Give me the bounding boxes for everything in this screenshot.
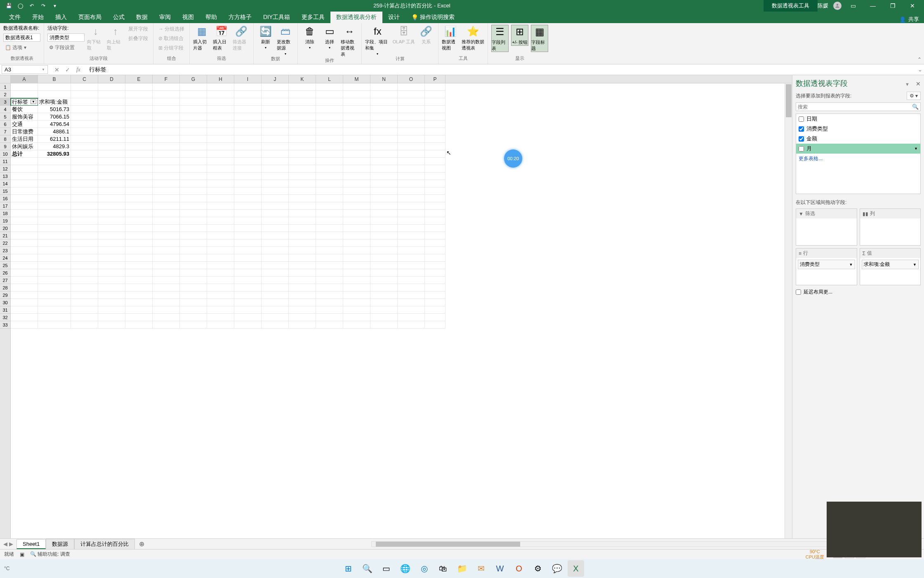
cell[interactable] bbox=[11, 225, 38, 232]
cell[interactable] bbox=[153, 128, 180, 135]
cell[interactable] bbox=[98, 291, 125, 299]
cell[interactable] bbox=[234, 113, 262, 121]
cell[interactable] bbox=[289, 314, 316, 321]
cell[interactable] bbox=[343, 299, 370, 306]
cell[interactable] bbox=[234, 187, 262, 195]
insert-slicer-button[interactable]: ▦ 插入切片器 bbox=[193, 25, 210, 51]
cell[interactable] bbox=[425, 284, 446, 291]
cell[interactable] bbox=[153, 247, 180, 254]
cell[interactable] bbox=[71, 195, 98, 202]
cell[interactable] bbox=[289, 277, 316, 284]
cell[interactable] bbox=[289, 180, 316, 187]
cell[interactable] bbox=[207, 225, 234, 232]
cell[interactable] bbox=[370, 299, 398, 306]
cell[interactable] bbox=[207, 314, 234, 321]
cell[interactable] bbox=[234, 247, 262, 254]
dropdown-icon[interactable]: ▼ bbox=[849, 263, 853, 267]
task-view-icon[interactable]: ▭ bbox=[378, 560, 394, 577]
cell[interactable] bbox=[370, 195, 398, 202]
cell[interactable] bbox=[234, 284, 262, 291]
column-header[interactable]: M bbox=[343, 75, 370, 83]
cell[interactable] bbox=[207, 239, 234, 247]
collapse-ribbon-icon[interactable]: ⌃ bbox=[917, 57, 922, 62]
cell[interactable] bbox=[71, 277, 98, 284]
cell[interactable] bbox=[262, 143, 289, 150]
cell[interactable] bbox=[234, 306, 262, 314]
cell[interactable] bbox=[11, 291, 38, 299]
cell[interactable] bbox=[98, 247, 125, 254]
cell[interactable] bbox=[425, 106, 446, 113]
cell[interactable] bbox=[343, 225, 370, 232]
cell[interactable] bbox=[38, 91, 71, 98]
field-search-input[interactable] bbox=[798, 104, 912, 110]
cell[interactable] bbox=[71, 113, 98, 121]
recommended-button[interactable]: ⭐ 推荐的数据透视表 bbox=[462, 25, 484, 51]
cell[interactable] bbox=[71, 165, 98, 173]
field-pane-close-icon[interactable]: ✕ bbox=[916, 81, 921, 87]
cell[interactable] bbox=[207, 232, 234, 239]
column-header[interactable]: K bbox=[289, 75, 316, 83]
cell[interactable] bbox=[38, 202, 71, 210]
cell[interactable] bbox=[398, 91, 425, 98]
column-header[interactable]: O bbox=[398, 75, 425, 83]
cell[interactable] bbox=[98, 150, 125, 158]
cell[interactable] bbox=[234, 121, 262, 128]
name-box[interactable]: A3 ▼ bbox=[2, 65, 48, 74]
cell[interactable] bbox=[234, 210, 262, 217]
cell[interactable] bbox=[180, 158, 207, 165]
cell[interactable] bbox=[262, 121, 289, 128]
cell[interactable] bbox=[180, 135, 207, 143]
cell[interactable] bbox=[180, 210, 207, 217]
cell[interactable] bbox=[370, 262, 398, 269]
field-checkbox[interactable] bbox=[799, 136, 804, 142]
tab-help[interactable]: 帮助 bbox=[200, 12, 223, 23]
cell[interactable] bbox=[180, 143, 207, 150]
cell[interactable] bbox=[125, 269, 153, 277]
tellme-search[interactable]: 💡 操作说明搜索 bbox=[405, 12, 460, 23]
cell[interactable] bbox=[71, 135, 98, 143]
row-header[interactable]: 5 bbox=[0, 113, 10, 121]
cell[interactable] bbox=[98, 321, 125, 329]
row-header[interactable]: 22 bbox=[0, 239, 10, 247]
row-header[interactable]: 4 bbox=[0, 106, 10, 113]
cell[interactable] bbox=[71, 173, 98, 180]
cell[interactable] bbox=[425, 217, 446, 225]
cell[interactable] bbox=[398, 269, 425, 277]
cell[interactable] bbox=[398, 150, 425, 158]
cell[interactable] bbox=[234, 232, 262, 239]
cell[interactable] bbox=[398, 195, 425, 202]
cell[interactable] bbox=[316, 202, 343, 210]
cell[interactable] bbox=[11, 314, 38, 321]
minimize-icon[interactable]: — bbox=[865, 0, 881, 12]
cell[interactable] bbox=[71, 121, 98, 128]
cell[interactable] bbox=[71, 239, 98, 247]
column-header[interactable]: I bbox=[234, 75, 262, 83]
cell[interactable] bbox=[71, 284, 98, 291]
select-all-button[interactable] bbox=[0, 75, 11, 83]
cell[interactable] bbox=[234, 269, 262, 277]
column-header[interactable]: F bbox=[153, 75, 180, 83]
row-header[interactable]: 14 bbox=[0, 180, 10, 187]
row-header[interactable]: 17 bbox=[0, 202, 10, 210]
cell[interactable] bbox=[343, 165, 370, 173]
cell[interactable] bbox=[125, 321, 153, 329]
cell[interactable] bbox=[425, 195, 446, 202]
column-header[interactable]: L bbox=[316, 75, 343, 83]
cell[interactable] bbox=[125, 106, 153, 113]
cell[interactable] bbox=[125, 217, 153, 225]
cell[interactable] bbox=[98, 173, 125, 180]
cell[interactable] bbox=[153, 225, 180, 232]
field-settings-button[interactable]: ⚙ 字段设置 bbox=[47, 43, 85, 52]
cell[interactable] bbox=[11, 306, 38, 314]
clear-button[interactable]: 🗑 清除▾ bbox=[301, 25, 318, 50]
cell[interactable] bbox=[398, 173, 425, 180]
explorer-icon[interactable]: 📁 bbox=[454, 560, 470, 577]
cell[interactable] bbox=[153, 158, 180, 165]
cell[interactable] bbox=[125, 254, 153, 262]
cell[interactable] bbox=[98, 143, 125, 150]
tab-design[interactable]: 设计 bbox=[382, 12, 405, 23]
cell[interactable] bbox=[262, 135, 289, 143]
cell[interactable] bbox=[262, 277, 289, 284]
cell[interactable] bbox=[153, 239, 180, 247]
row-header[interactable]: 2 bbox=[0, 91, 10, 98]
